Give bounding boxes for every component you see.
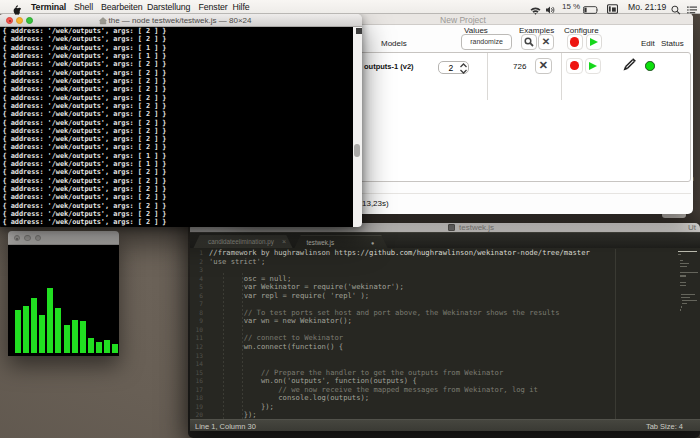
tab-label: testwek.js	[307, 236, 335, 249]
editor-tabbar: candidateelimination.py × testwek.js ●	[190, 232, 700, 248]
status-indicator	[645, 61, 655, 71]
search-button[interactable]	[521, 34, 537, 50]
row-record-button[interactable]	[566, 58, 584, 74]
menu-hilfe[interactable]: Hilfe	[233, 0, 250, 14]
visualizer-titlebar[interactable]	[8, 231, 119, 245]
visualizer-canvas	[8, 245, 119, 356]
desktop: n testwek.js Ut candidateelimination.py …	[0, 0, 700, 438]
record-icon	[570, 61, 579, 70]
viz-bar	[39, 315, 45, 353]
stepper-up-icon[interactable]	[461, 64, 467, 67]
minimap-line	[680, 272, 698, 273]
menu-shell[interactable]: Shell	[74, 0, 93, 14]
menu-fenster[interactable]: Fenster	[199, 0, 228, 14]
terminal-output: { address: '/wek/outputs', args: [ 2 ] }…	[3, 27, 167, 227]
zoom-button[interactable]	[35, 235, 42, 242]
clear-button[interactable]: ✕	[538, 34, 554, 50]
ruler-line	[615, 249, 616, 420]
titlebar-text-fragment: Ut	[688, 223, 696, 232]
terminal-titlebar[interactable]: the — node testwek/testwek.js — 80×24	[0, 14, 362, 27]
randomize-button[interactable]: randomize	[461, 34, 512, 50]
row-run-button[interactable]	[585, 58, 602, 74]
viz-bar	[64, 325, 70, 353]
minimap-line	[680, 263, 689, 264]
stepper-down-icon[interactable]	[461, 70, 467, 73]
tab-size[interactable]: Tab Size: 4	[646, 422, 683, 431]
code-editor[interactable]: 1 2 3 4 5 6 7 8 9 10 11 12 13 14 15 16 1…	[190, 249, 700, 420]
minimap-line	[680, 282, 686, 283]
close-button[interactable]	[14, 235, 21, 242]
viz-bar	[96, 342, 102, 353]
minimap-line	[680, 266, 687, 267]
viz-bar	[47, 288, 53, 353]
record-button[interactable]	[567, 34, 583, 50]
tab-close-icon[interactable]: ×	[282, 235, 286, 249]
column-divider	[487, 53, 488, 100]
cursor-position: Line 1, Column 30	[195, 422, 256, 431]
minimap-line	[680, 275, 686, 276]
viz-bar	[112, 344, 118, 353]
terminal-screen[interactable]: { address: '/wek/outputs', args: [ 2 ] }…	[0, 27, 362, 228]
wifi-icon[interactable]	[530, 4, 541, 18]
tab-candidateelimination[interactable]: candidateelimination.py ×	[193, 235, 293, 249]
stepper-value: 2	[449, 63, 454, 73]
code-text[interactable]: //framework by hughrawlinson https://git…	[209, 249, 590, 419]
document-icon	[448, 224, 455, 231]
spotlight-icon[interactable]	[671, 3, 681, 17]
editor-window: testwek.js Ut candidateelimination.py × …	[190, 223, 700, 432]
viz-bar	[15, 310, 21, 353]
tab-label: candidateelimination.py	[208, 235, 274, 249]
volume-icon[interactable]	[546, 3, 556, 17]
tab-testwek[interactable]: testwek.js ●	[294, 235, 388, 249]
row-edit-button[interactable]	[619, 56, 638, 75]
input-source-icon[interactable]	[607, 2, 618, 16]
menu-bar: Terminal Shell Bearbeiten Darstellung Fe…	[0, 0, 700, 14]
minimap-line	[680, 285, 686, 286]
record-icon	[570, 37, 580, 47]
divider	[343, 193, 691, 194]
editor-statusbar: Line 1, Column 30 Tab Size: 4	[190, 419, 700, 431]
code-line: wn.connect(function() {	[209, 343, 590, 352]
terminal-scrollbar[interactable]	[353, 27, 362, 228]
menu-terminal[interactable]: Terminal	[31, 0, 66, 14]
apple-menu-icon[interactable]	[12, 3, 21, 17]
play-icon	[590, 38, 598, 46]
viz-bar	[104, 340, 110, 353]
terminal-title: the — node testwek/testwek.js — 80×24	[0, 16, 362, 25]
menu-darstellung[interactable]: Darstellung	[147, 0, 190, 14]
scrollbar-artifact	[356, 28, 362, 34]
run-button[interactable]	[586, 34, 602, 50]
models-column-label: Models	[381, 39, 407, 48]
play-icon	[589, 62, 597, 70]
code-line: 'use strict';	[209, 258, 590, 267]
training-status-text: 13,23s)	[362, 199, 389, 208]
notification-center-icon[interactable]	[687, 3, 697, 17]
code-line: var repl = require( 'repl' );	[209, 292, 590, 301]
minimap-line	[681, 297, 690, 298]
code-line: var wn = new Wekinator();	[209, 317, 590, 326]
minimap-line	[681, 306, 682, 307]
minimize-button[interactable]	[24, 235, 31, 242]
pencil-icon	[619, 56, 638, 75]
row-clear-button[interactable]: ✕	[535, 58, 553, 74]
minimap-line	[678, 254, 681, 255]
stepper-arrows[interactable]	[459, 63, 468, 74]
examples-count: 726	[513, 62, 526, 71]
editor-window-title: testwek.js	[459, 223, 494, 232]
model-row-name[interactable]: outputs-1 (v2)	[364, 62, 414, 71]
menu-bearbeiten[interactable]: Bearbeiten	[101, 0, 143, 14]
edit-column-label: Edit	[641, 39, 655, 48]
code-line: });	[209, 411, 590, 419]
value-stepper[interactable]: 2	[438, 61, 469, 74]
code-line: //framework by hughrawlinson https://git…	[209, 249, 590, 258]
scrollbar-thumb[interactable]	[354, 144, 360, 157]
minimap-line	[682, 303, 687, 304]
code-line	[209, 352, 590, 361]
status-column-label: Status	[661, 39, 684, 48]
viz-bar	[88, 338, 94, 353]
menu-clock[interactable]: Mo. 21:19	[628, 0, 666, 14]
battery-icon[interactable]	[583, 3, 599, 17]
button-dot	[16, 238, 18, 240]
terminal-window: the — node testwek/testwek.js — 80×24 { …	[0, 14, 362, 227]
column-divider	[561, 53, 562, 100]
